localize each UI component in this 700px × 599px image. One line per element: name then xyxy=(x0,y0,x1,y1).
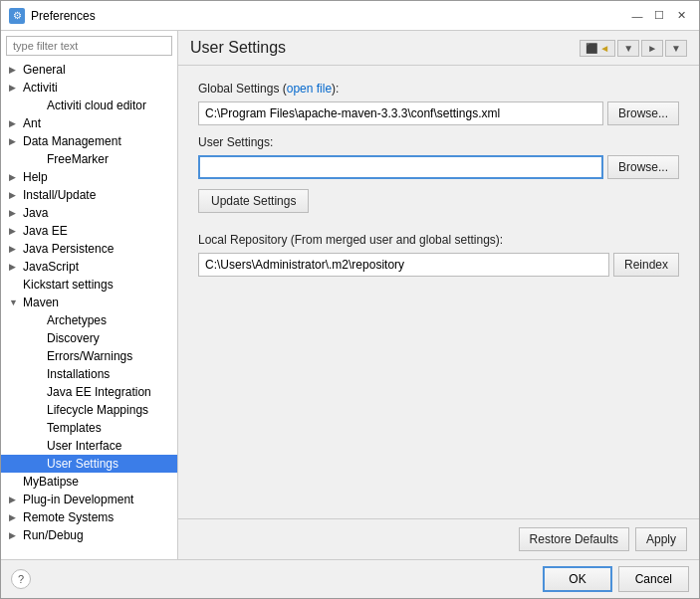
back-dropdown-button[interactable]: ▼ xyxy=(617,40,639,57)
chevron-right-icon: ▶ xyxy=(9,208,19,218)
cancel-button[interactable]: Cancel xyxy=(618,566,689,592)
window-icon: ⚙ xyxy=(9,8,25,24)
chevron-right-icon: ▶ xyxy=(9,190,19,200)
close-button[interactable]: ✕ xyxy=(671,6,691,26)
user-settings-label: User Settings: xyxy=(198,135,679,149)
sidebar-item-data-management[interactable]: ▶ Data Management xyxy=(1,132,177,150)
sidebar-item-java[interactable]: ▶ Java xyxy=(1,204,177,222)
chevron-right-icon: ▶ xyxy=(9,65,19,75)
reindex-button[interactable]: Reindex xyxy=(613,253,679,277)
chevron-right-icon: ▶ xyxy=(9,83,19,93)
sidebar-item-errors-warnings[interactable]: Errors/Warnings xyxy=(1,347,177,365)
sidebar-item-mybatipse[interactable]: MyBatipse xyxy=(1,473,177,491)
sidebar-item-activiti[interactable]: ▶ Activiti xyxy=(1,79,177,97)
sidebar-item-remote-systems[interactable]: ▶ Remote Systems xyxy=(1,508,177,526)
help-button[interactable]: ? xyxy=(11,569,31,589)
forward-button[interactable]: ► xyxy=(641,40,663,57)
chevron-right-icon: ▶ xyxy=(9,136,19,146)
global-settings-label: Global Settings (open file): xyxy=(198,82,679,96)
filter-input[interactable] xyxy=(6,36,172,56)
local-repository-input[interactable] xyxy=(198,253,609,277)
sidebar-item-activiti-cloud[interactable]: Activiti cloud editor xyxy=(1,97,177,114)
local-repository-row: Reindex xyxy=(198,253,679,277)
sidebar: ▶ General ▶ Activiti Activiti cloud edit… xyxy=(1,31,178,559)
chevron-right-icon: ▶ xyxy=(9,118,19,128)
restore-defaults-button[interactable]: Restore Defaults xyxy=(519,527,629,551)
sidebar-item-plugin-development[interactable]: ▶ Plug-in Development xyxy=(1,491,177,508)
panel-body: Global Settings (open file): Browse... U… xyxy=(178,66,699,518)
chevron-right-icon: ▶ xyxy=(9,262,19,272)
window-title: Preferences xyxy=(31,9,96,23)
sidebar-item-maven[interactable]: ▼ Maven xyxy=(1,294,177,311)
right-panel: User Settings ⬛ ◄ ▼ ► ▼ Global Settings … xyxy=(178,31,699,559)
sidebar-item-java-ee[interactable]: ▶ Java EE xyxy=(1,222,177,240)
bottom-bar: ? OK Cancel xyxy=(1,559,699,598)
sidebar-item-kickstart[interactable]: Kickstart settings xyxy=(1,276,177,294)
local-repository-label: Local Repository (From merged user and g… xyxy=(198,233,679,247)
chevron-right-icon: ▶ xyxy=(9,172,19,182)
panel-title: User Settings xyxy=(190,39,286,57)
maximize-button[interactable]: ☐ xyxy=(649,6,669,26)
chevron-right-icon: ▶ xyxy=(9,226,19,236)
sidebar-item-user-settings[interactable]: User Settings xyxy=(1,455,177,473)
user-settings-input[interactable] xyxy=(198,155,603,179)
global-settings-browse-button[interactable]: Browse... xyxy=(607,101,679,125)
sidebar-item-javascript[interactable]: ▶ JavaScript xyxy=(1,258,177,276)
sidebar-item-installations[interactable]: Installations xyxy=(1,365,177,383)
title-bar: ⚙ Preferences — ☐ ✕ xyxy=(1,1,699,31)
tree-container: ▶ General ▶ Activiti Activiti cloud edit… xyxy=(1,61,177,559)
chevron-right-icon: ▶ xyxy=(9,244,19,254)
sidebar-item-archetypes[interactable]: Archetypes xyxy=(1,311,177,329)
sidebar-item-run-debug[interactable]: ▶ Run/Debug xyxy=(1,526,177,544)
sidebar-item-lifecycle-mappings[interactable]: Lifecycle Mappings xyxy=(1,401,177,419)
chevron-down-icon: ▼ xyxy=(9,298,19,307)
panel-header: User Settings ⬛ ◄ ▼ ► ▼ xyxy=(178,31,699,66)
forward-dropdown-button[interactable]: ▼ xyxy=(665,40,687,57)
sidebar-item-freemarker[interactable]: FreeMarker xyxy=(1,150,177,168)
chevron-right-icon: ▶ xyxy=(9,495,19,504)
header-nav: ⬛ ◄ ▼ ► ▼ xyxy=(580,40,687,57)
chevron-right-icon: ▶ xyxy=(9,512,19,522)
window-controls: — ☐ ✕ xyxy=(627,6,691,26)
back-button[interactable]: ⬛ ◄ xyxy=(580,40,616,57)
apply-button[interactable]: Apply xyxy=(635,527,687,551)
sidebar-item-help[interactable]: ▶ Help xyxy=(1,168,177,186)
sidebar-item-java-persistence[interactable]: ▶ Java Persistence xyxy=(1,240,177,258)
sidebar-item-user-interface[interactable]: User Interface xyxy=(1,437,177,455)
ok-button[interactable]: OK xyxy=(543,566,611,592)
preferences-window: ⚙ Preferences — ☐ ✕ ▶ General ▶ Ac xyxy=(0,0,700,599)
user-settings-row: Browse... xyxy=(198,155,679,179)
sidebar-item-ant[interactable]: ▶ Ant xyxy=(1,114,177,132)
chevron-right-icon: ▶ xyxy=(9,530,19,540)
user-settings-browse-button[interactable]: Browse... xyxy=(607,155,679,179)
global-settings-input[interactable] xyxy=(198,101,603,125)
update-settings-button[interactable]: Update Settings xyxy=(198,189,309,213)
sidebar-item-install-update[interactable]: ▶ Install/Update xyxy=(1,186,177,204)
main-content: ▶ General ▶ Activiti Activiti cloud edit… xyxy=(1,31,699,559)
panel-footer: Restore Defaults Apply xyxy=(178,518,699,559)
global-settings-row: Browse... xyxy=(198,101,679,125)
sidebar-item-general[interactable]: ▶ General xyxy=(1,61,177,79)
sidebar-item-java-ee-integration[interactable]: Java EE Integration xyxy=(1,383,177,401)
minimize-button[interactable]: — xyxy=(627,6,647,26)
sidebar-item-discovery[interactable]: Discovery xyxy=(1,329,177,347)
open-file-link[interactable]: open file xyxy=(287,82,332,96)
sidebar-item-templates[interactable]: Templates xyxy=(1,419,177,437)
